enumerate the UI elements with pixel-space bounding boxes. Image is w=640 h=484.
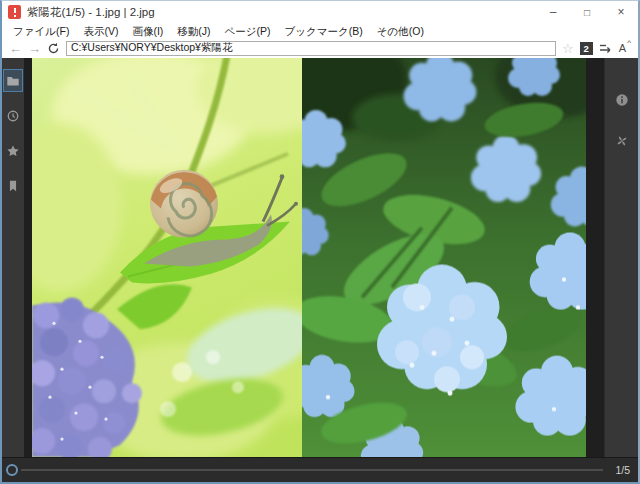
right-page-illustration bbox=[302, 58, 586, 457]
statusbar: 1/5 bbox=[2, 457, 638, 482]
sidebar-item-history[interactable] bbox=[3, 104, 23, 127]
sidebar-item-folder-list[interactable] bbox=[3, 69, 23, 92]
page-indicator: 1/5 bbox=[615, 464, 630, 476]
slider-track[interactable] bbox=[21, 469, 603, 471]
sort-letter: A bbox=[619, 42, 626, 54]
sort-caret-icon: ^ bbox=[627, 39, 631, 47]
sidebar-item-effects[interactable] bbox=[612, 129, 632, 152]
page-mode-badge[interactable]: 2 bbox=[580, 42, 593, 55]
bookmark-icon bbox=[6, 179, 20, 193]
left-panel-bar bbox=[2, 58, 24, 457]
menu-file[interactable]: ファイル(F) bbox=[6, 24, 76, 40]
back-icon[interactable]: ← bbox=[9, 42, 22, 55]
star-icon bbox=[6, 144, 20, 158]
menubar: ファイル(F) 表示(V) 画像(I) 移動(J) ページ(P) ブックマーク(… bbox=[2, 23, 638, 40]
page-slider[interactable] bbox=[6, 464, 603, 476]
slider-handle[interactable] bbox=[6, 464, 18, 476]
close-button[interactable]: × bbox=[604, 1, 638, 23]
folder-icon bbox=[6, 74, 20, 88]
address-toolbar: ← → ☆ 2 A ^ bbox=[2, 40, 638, 58]
window-controls: – □ × bbox=[536, 1, 638, 23]
history-clock-icon bbox=[6, 109, 20, 123]
menu-view[interactable]: 表示(V) bbox=[76, 24, 125, 40]
menu-move[interactable]: 移動(J) bbox=[170, 24, 217, 40]
reading-direction-icon[interactable] bbox=[599, 42, 613, 54]
photo-page-left[interactable] bbox=[32, 58, 302, 457]
sidebar-item-bookmarks[interactable] bbox=[3, 174, 23, 197]
window-title: 紫陽花(1/5) - 1.jpg | 2.jpg bbox=[27, 5, 536, 20]
refresh-icon[interactable] bbox=[47, 42, 60, 55]
minimize-button[interactable]: – bbox=[536, 1, 570, 23]
app-icon bbox=[8, 5, 21, 19]
menu-image[interactable]: 画像(I) bbox=[125, 24, 170, 40]
maximize-button[interactable]: □ bbox=[570, 1, 604, 23]
content-area bbox=[2, 58, 638, 457]
photo-page-right[interactable] bbox=[302, 58, 586, 457]
menu-page[interactable]: ページ(P) bbox=[218, 24, 278, 40]
sidebar-item-favorites[interactable] bbox=[3, 139, 23, 162]
bookmark-star-icon[interactable]: ☆ bbox=[562, 42, 574, 55]
info-icon bbox=[615, 93, 629, 107]
address-input[interactable] bbox=[66, 41, 556, 56]
image-viewer bbox=[24, 58, 604, 457]
menu-others[interactable]: その他(O) bbox=[370, 24, 431, 40]
menu-bookmark[interactable]: ブックマーク(B) bbox=[278, 24, 370, 40]
sort-order-button[interactable]: A ^ bbox=[619, 43, 631, 54]
sidebar-item-information[interactable] bbox=[612, 88, 632, 111]
app-window: 紫陽花(1/5) - 1.jpg | 2.jpg – □ × ファイル(F) 表… bbox=[0, 0, 640, 484]
titlebar[interactable]: 紫陽花(1/5) - 1.jpg | 2.jpg – □ × bbox=[2, 1, 638, 23]
right-panel-bar bbox=[604, 58, 638, 457]
pinwheel-icon bbox=[615, 134, 629, 148]
left-page-illustration bbox=[32, 58, 302, 457]
forward-icon[interactable]: → bbox=[28, 42, 41, 55]
